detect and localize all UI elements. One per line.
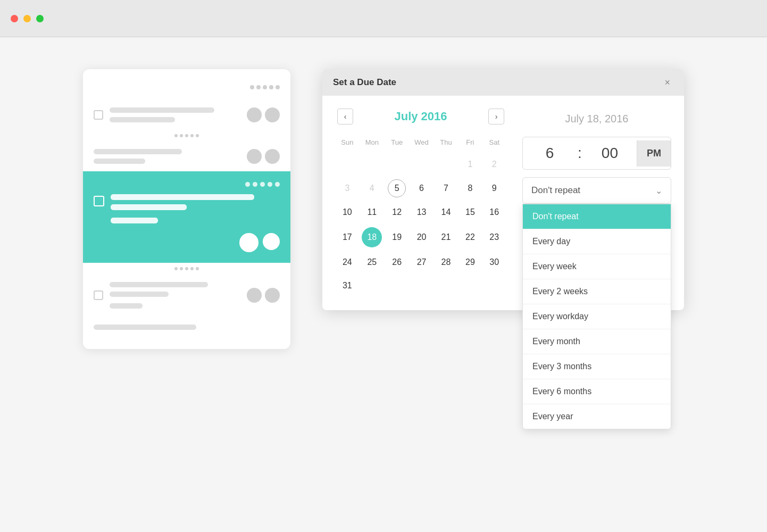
mockup-divider-top [83,130,290,142]
calendar-day-1[interactable]: 1 [458,153,482,176]
active-checkbox[interactable] [94,196,104,206]
mockup-dot-3 [263,85,267,89]
calendar-day-26[interactable]: 26 [385,251,410,274]
active-dots [245,182,280,187]
mockup-dot-2 [256,85,261,89]
repeat-option-every-month[interactable]: Every month [523,329,671,354]
calendar-day-4[interactable]: 4 [360,176,385,201]
calendar-day-28[interactable]: 28 [434,251,458,274]
calendar-day-empty [410,274,434,297]
calendar-week-5: 31 [335,274,506,297]
calendar-day-empty [335,153,360,176]
weekday-thu: Thu [434,135,458,153]
close-traffic-light[interactable] [11,15,18,22]
time-ampm-toggle[interactable]: PM [637,140,671,167]
calendar-day-20[interactable]: 20 [410,224,434,251]
calendar: ‹ July 2016 › Sun Mon Tue Wed Th [335,109,506,297]
mockup-line [94,149,182,154]
time-minute[interactable]: 00 [583,137,637,169]
prev-month-button[interactable]: ‹ [337,109,353,124]
calendar-day-19[interactable]: 19 [385,224,410,251]
active-lines [111,194,280,252]
repeat-option-every-2-weeks[interactable]: Every 2 weeks [523,279,671,304]
repeat-option-every-6-months[interactable]: Every 6 months [523,379,671,404]
selected-date-label: July 18, 2016 [522,109,671,129]
time-picker[interactable]: 6 : 00 PM [522,137,671,170]
divider-dot [180,267,183,270]
repeat-option-every-year[interactable]: Every year [523,404,671,429]
mockup-line [110,282,208,287]
calendar-week-1: 1 2 [335,153,506,176]
time-colon: : [577,145,583,162]
calendar-day-14[interactable]: 14 [434,201,458,224]
weekday-sun: Sun [335,135,360,153]
calendar-day-25[interactable]: 25 [360,251,385,274]
calendar-day-24[interactable]: 24 [335,251,360,274]
calendar-day-6[interactable]: 6 [410,176,434,201]
calendar-day-empty [434,153,458,176]
app-mockup [83,69,290,349]
mockup-dot-4 [269,85,273,89]
calendar-day-23[interactable]: 23 [482,224,506,251]
calendar-day-21[interactable]: 21 [434,224,458,251]
mockup-row-3 [83,275,290,316]
calendar-day-5[interactable]: 5 [385,176,410,201]
calendar-day-8[interactable]: 8 [458,176,482,201]
next-month-button[interactable]: › [488,109,504,124]
divider-dot [180,134,183,137]
calendar-day-2[interactable]: 2 [482,153,506,176]
repeat-option-dont-repeat[interactable]: Don't repeat [523,204,671,229]
mockup-line [110,303,143,309]
divider-dot [185,267,188,270]
calendar-day-29[interactable]: 29 [458,251,482,274]
calendar-day-18[interactable]: 18 [360,224,385,251]
calendar-day-30[interactable]: 30 [482,251,506,274]
mockup-avatar [247,107,262,122]
weekday-wed: Wed [410,135,434,153]
repeat-option-every-week[interactable]: Every week [523,254,671,279]
calendar-day-31[interactable]: 31 [335,274,360,297]
active-task-row[interactable] [83,171,290,263]
active-dot [253,182,257,187]
fullscreen-traffic-light[interactable] [36,15,44,22]
calendar-day-10[interactable]: 10 [335,201,360,224]
mockup-checkbox-1 [94,110,103,120]
modal-close-button[interactable]: × [661,77,673,88]
calendar-week-1b: 3 4 5 6 7 8 9 [335,176,506,201]
repeat-option-every-workday[interactable]: Every workday [523,304,671,329]
weekday-tue: Tue [385,135,410,153]
calendar-day-3[interactable]: 3 [335,176,360,201]
mockup-lines-3 [110,282,240,309]
calendar-day-9[interactable]: 9 [482,176,506,201]
calendar-day-11[interactable]: 11 [360,201,385,224]
calendar-day-7[interactable]: 7 [434,176,458,201]
active-dot [245,182,250,187]
active-dot [260,182,265,187]
mockup-avatar [265,107,280,122]
mockup-divider-mid [83,263,290,275]
divider-dot [174,267,178,270]
repeat-select-button[interactable]: Don't repeat ⌄ [522,177,671,204]
calendar-day-16[interactable]: 16 [482,201,506,224]
calendar-day-22[interactable]: 22 [458,224,482,251]
calendar-day-empty [410,153,434,176]
titlebar [0,0,767,37]
calendar-day-13[interactable]: 13 [410,201,434,224]
calendar-day-empty [360,274,385,297]
modal-title: Set a Due Date [333,77,396,88]
calendar-month-year: July 2016 [394,110,447,123]
repeat-option-every-day[interactable]: Every day [523,229,671,254]
active-row-header [94,182,280,187]
calendar-day-12[interactable]: 12 [385,201,410,224]
time-hour[interactable]: 6 [523,137,577,169]
chevron-right-icon: › [495,112,498,121]
minimize-traffic-light[interactable] [23,15,31,22]
repeat-option-every-3-months[interactable]: Every 3 months [523,354,671,379]
calendar-day-27[interactable]: 27 [410,251,434,274]
calendar-day-15[interactable]: 15 [458,201,482,224]
mockup-line [110,292,169,297]
calendar-day-17[interactable]: 17 [335,224,360,251]
modal-header: Set a Due Date × [322,69,684,96]
divider-dot [174,134,178,137]
calendar-day-empty [385,274,410,297]
